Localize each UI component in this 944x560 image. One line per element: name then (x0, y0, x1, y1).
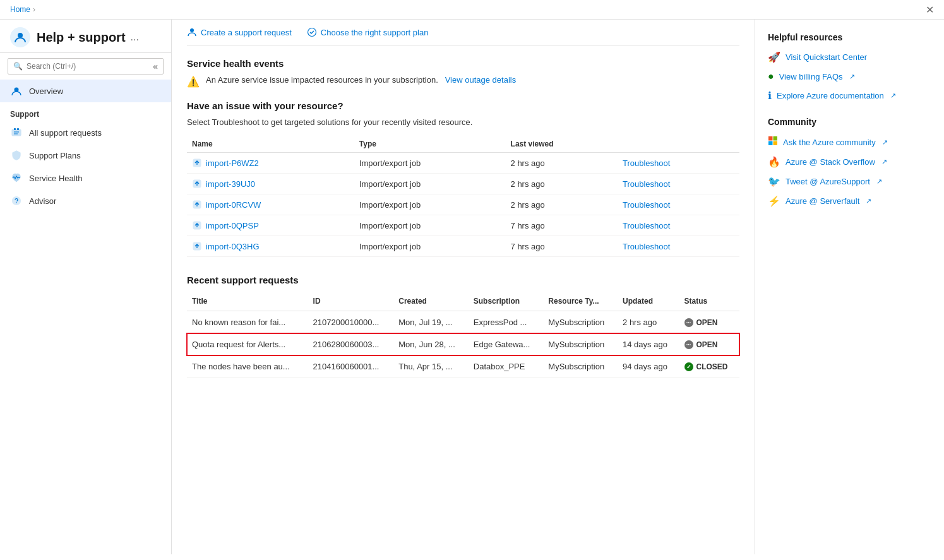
external-link-icon-serverfault: ↗ (866, 197, 871, 205)
billing-faqs-link[interactable]: ● View billing FAQs ↗ (768, 71, 931, 82)
col-name: Name (187, 136, 354, 153)
status-dot-open: ··· (684, 318, 693, 327)
table-row: import-0QPSP Import/export job 7 hrs ago… (187, 215, 739, 236)
stack-overflow-link[interactable]: 🔥 Azure @ Stack Overflow ↗ (768, 156, 931, 168)
upload-icon (192, 241, 202, 251)
external-link-icon-stackoverflow: ↗ (881, 158, 887, 166)
col-subscription: Subscription (469, 292, 544, 311)
sidebar-item-support-plans[interactable]: Support Plans (0, 144, 171, 167)
resource-issue-description: Select Troubleshoot to get targeted solu… (187, 117, 739, 127)
svg-rect-4 (17, 128, 19, 130)
rocket-icon: 🚀 (768, 51, 780, 63)
troubleshoot-link[interactable]: Troubleshoot (623, 179, 670, 189)
warning-icon: ⚠️ (187, 76, 200, 88)
app-icon (10, 27, 30, 47)
community-section: Community Ask the Azure community ↗ 🔥 Az… (768, 117, 931, 207)
table-row: import-P6WZ2 Import/export job 2 hrs ago… (187, 153, 739, 174)
svg-rect-16 (768, 136, 773, 141)
serverfault-link[interactable]: ⚡ Azure @ Serverfault ↗ (768, 195, 931, 207)
requests-table: Title ID Created Subscription Resource T… (187, 292, 739, 378)
col-status: Status (679, 292, 739, 311)
advisor-icon (10, 194, 23, 207)
search-input[interactable] (27, 62, 121, 71)
support-section-label: Support (0, 102, 171, 121)
twitter-link[interactable]: 🐦 Tweet @ AzureSupport ↗ (768, 176, 931, 188)
svg-rect-17 (774, 136, 778, 141)
alert-banner: ⚠️ An Azure service issue impacted resou… (187, 75, 739, 88)
upload-icon (192, 179, 202, 189)
alert-text: An Azure service issue impacted resource… (206, 75, 516, 85)
external-link-icon-community: ↗ (882, 138, 888, 146)
windows-icon (768, 136, 778, 148)
more-options-button[interactable]: ... (131, 32, 139, 43)
community-title: Community (768, 117, 931, 127)
overview-icon (10, 85, 23, 97)
helpful-resources-title: Helpful resources (768, 32, 931, 42)
resource-link[interactable]: import-0Q3HG (192, 241, 349, 251)
sidebar-item-service-health[interactable]: Service Health (0, 167, 171, 189)
person-icon (187, 27, 197, 37)
col-id: ID (308, 292, 394, 311)
sidebar: Help + support ... 🔍 « Overview Support (0, 20, 172, 554)
sidebar-item-label-overview: Overview (29, 86, 63, 96)
collapse-sidebar-button[interactable]: « (153, 61, 158, 71)
twitter-icon: 🐦 (768, 176, 780, 188)
col-updated: Updated (618, 292, 679, 311)
external-link-icon-docs: ↗ (890, 92, 896, 100)
table-row: The nodes have been au... 2104160060001.… (187, 355, 739, 378)
upload-icon (192, 158, 202, 168)
resource-link[interactable]: import-39UJ0 (192, 179, 349, 189)
col-created: Created (393, 292, 469, 311)
troubleshoot-link[interactable]: Troubleshoot (623, 158, 670, 168)
serverfault-icon: ⚡ (768, 195, 780, 207)
troubleshoot-link[interactable]: Troubleshoot (623, 242, 670, 251)
resource-link[interactable]: import-0RCVW (192, 200, 349, 210)
troubleshoot-link[interactable]: Troubleshoot (623, 221, 670, 230)
plan-icon (307, 27, 317, 37)
upload-icon (192, 200, 202, 210)
col-title: Title (187, 292, 308, 311)
sidebar-item-advisor[interactable]: Advisor (0, 189, 171, 212)
view-outage-link[interactable]: View outage details (445, 75, 517, 85)
resource-issue-title: Have an issue with your resource? (187, 100, 739, 111)
resources-table: Name Type Last viewed import-P6WZ2 (187, 136, 739, 257)
svg-rect-2 (12, 129, 21, 136)
status-dot-closed: ✓ (684, 362, 693, 371)
shield-icon (10, 149, 23, 162)
stackoverflow-icon: 🔥 (768, 156, 780, 168)
sidebar-title: Help + support (37, 30, 126, 45)
table-row: import-0Q3HG Import/export job 7 hrs ago… (187, 236, 739, 257)
table-row: import-0RCVW Import/export job 2 hrs ago… (187, 194, 739, 215)
service-health-events-title: Service health events (187, 58, 739, 69)
sidebar-item-overview[interactable]: Overview (0, 80, 171, 102)
info-icon: ℹ (768, 90, 772, 102)
azure-docs-link[interactable]: ℹ Explore Azure documentation ↗ (768, 90, 931, 102)
azure-community-link[interactable]: Ask the Azure community ↗ (768, 136, 931, 148)
table-row: Quota request for Alerts... 210628006000… (187, 333, 739, 355)
recent-requests-section: Recent support requests Title ID Created… (187, 275, 739, 378)
col-resource-type: Resource Ty... (543, 292, 618, 311)
svg-point-8 (16, 202, 17, 203)
external-link-icon-billing: ↗ (849, 73, 855, 81)
sidebar-item-label-all-support: All support requests (29, 128, 102, 138)
quickstart-center-link[interactable]: 🚀 Visit Quickstart Center (768, 51, 931, 63)
sidebar-item-label-support-plans: Support Plans (29, 151, 81, 160)
svg-rect-3 (14, 128, 16, 130)
search-box: 🔍 « (8, 58, 164, 74)
resource-link[interactable]: import-P6WZ2 (192, 158, 349, 168)
status-label: OPEN (696, 318, 718, 327)
col-last-viewed: Last viewed (506, 136, 618, 153)
status-badge: ··· OPEN (684, 318, 718, 327)
status-label: OPEN (696, 340, 718, 349)
main-container: Help + support ... 🔍 « Overview Support (0, 20, 944, 554)
create-support-request-link[interactable]: Create a support request (187, 27, 292, 37)
table-row: No known reason for fai... 2107200010000… (187, 311, 739, 333)
resource-link[interactable]: import-0QPSP (192, 220, 349, 230)
sidebar-item-all-support[interactable]: All support requests (0, 121, 171, 144)
breadcrumb-home[interactable]: Home (10, 5, 30, 14)
close-button[interactable]: ✕ (926, 4, 934, 16)
status-dot-open: ··· (684, 340, 693, 349)
troubleshoot-link[interactable]: Troubleshoot (623, 200, 670, 210)
svg-point-0 (18, 33, 23, 38)
choose-support-plan-link[interactable]: Choose the right support plan (307, 27, 429, 37)
